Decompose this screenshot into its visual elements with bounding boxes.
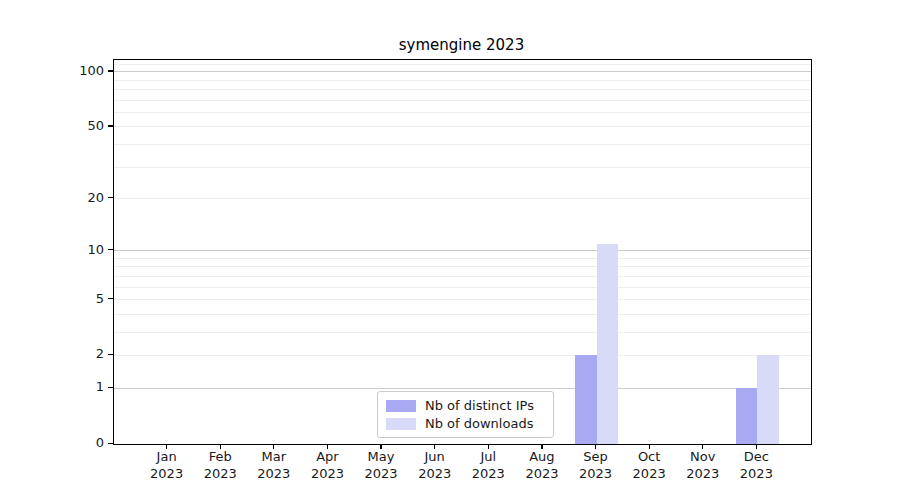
y-gridline-minor bbox=[114, 314, 811, 315]
y-tick bbox=[108, 70, 113, 71]
x-tick-label: Oct 2023 bbox=[619, 449, 679, 482]
y-gridline-minor bbox=[114, 332, 811, 333]
legend-label-distinct-ips: Nb of distinct IPs bbox=[425, 398, 534, 413]
y-tick-label: 50 bbox=[60, 119, 104, 133]
bar-downloads bbox=[597, 244, 618, 444]
bar-downloads bbox=[757, 355, 778, 444]
y-gridline-minor bbox=[114, 126, 811, 127]
x-tick-label: Jul 2023 bbox=[458, 449, 518, 482]
legend: Nb of distinct IPs Nb of downloads bbox=[377, 391, 554, 438]
y-gridline-minor bbox=[114, 100, 811, 101]
y-tick bbox=[108, 125, 113, 126]
y-gridline-minor bbox=[114, 112, 811, 113]
y-gridline-minor bbox=[114, 198, 811, 199]
y-tick-label: 10 bbox=[60, 243, 104, 257]
x-tick-label: Jun 2023 bbox=[405, 449, 465, 482]
y-gridline-major bbox=[114, 250, 811, 251]
x-tick-label: Dec 2023 bbox=[726, 449, 786, 482]
bar-distinct-ips bbox=[736, 388, 757, 444]
y-gridline-minor bbox=[114, 266, 811, 267]
y-gridline-minor bbox=[114, 287, 811, 288]
x-tick-label: Mar 2023 bbox=[244, 449, 304, 482]
chart-figure: symengine 2023 0125102050100 Jan 2023Feb… bbox=[0, 0, 900, 500]
y-gridline-major bbox=[114, 388, 811, 389]
y-gridline-minor bbox=[114, 80, 811, 81]
y-gridline-minor bbox=[114, 167, 811, 168]
y-tick bbox=[108, 387, 113, 388]
chart-title: symengine 2023 bbox=[113, 36, 810, 54]
y-gridline-minor bbox=[114, 89, 811, 90]
y-gridline-minor bbox=[114, 355, 811, 356]
y-gridline-minor bbox=[114, 276, 811, 277]
legend-swatch-distinct-ips bbox=[386, 400, 416, 412]
y-tick bbox=[108, 249, 113, 250]
x-tick-label: Sep 2023 bbox=[566, 449, 626, 482]
y-tick-label: 20 bbox=[60, 191, 104, 205]
legend-swatch-downloads bbox=[386, 418, 416, 430]
x-tick-label: Aug 2023 bbox=[512, 449, 572, 482]
legend-label-downloads: Nb of downloads bbox=[425, 416, 533, 431]
plot-layer bbox=[114, 60, 811, 444]
x-tick-label: Apr 2023 bbox=[297, 449, 357, 482]
plot-area bbox=[113, 59, 812, 445]
x-tick-label: Jan 2023 bbox=[137, 449, 197, 482]
y-tick-label: 100 bbox=[60, 64, 104, 78]
y-gridline-major bbox=[114, 71, 811, 72]
x-tick-label: Feb 2023 bbox=[190, 449, 250, 482]
y-tick bbox=[108, 197, 113, 198]
y-tick-label: 1 bbox=[60, 380, 104, 394]
y-gridline-minor bbox=[114, 64, 811, 65]
x-tick-label: May 2023 bbox=[351, 449, 411, 482]
y-tick-label: 0 bbox=[60, 436, 104, 450]
x-tick-label: Nov 2023 bbox=[673, 449, 733, 482]
y-tick bbox=[108, 354, 113, 355]
bar-distinct-ips bbox=[575, 355, 596, 444]
y-gridline-minor bbox=[114, 144, 811, 145]
y-tick bbox=[108, 298, 113, 299]
y-tick-label: 2 bbox=[60, 347, 104, 361]
y-gridline-minor bbox=[114, 258, 811, 259]
legend-item-distinct-ips: Nb of distinct IPs bbox=[386, 398, 543, 413]
y-tick-label: 5 bbox=[60, 292, 104, 306]
y-tick bbox=[108, 443, 113, 444]
y-gridline-minor bbox=[114, 299, 811, 300]
legend-item-downloads: Nb of downloads bbox=[386, 416, 543, 431]
